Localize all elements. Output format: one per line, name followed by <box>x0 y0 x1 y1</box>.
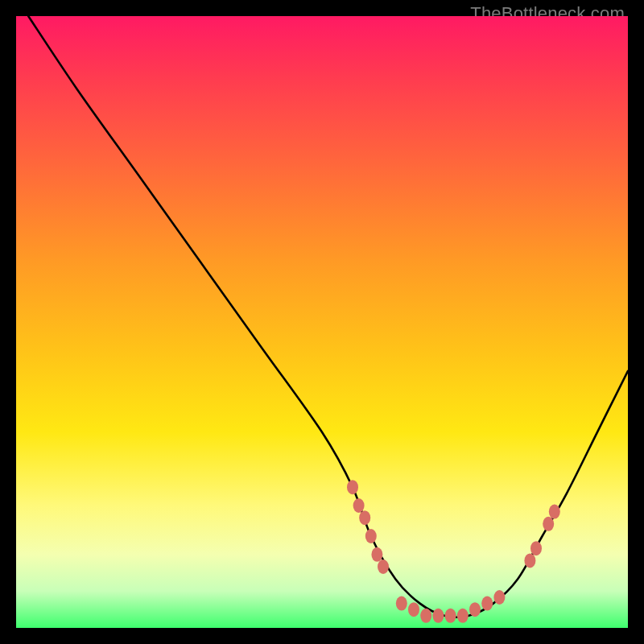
data-marker <box>353 498 365 513</box>
data-marker <box>365 529 377 543</box>
data-marker <box>445 609 456 623</box>
data-marker <box>457 609 469 623</box>
data-marker <box>359 510 370 525</box>
data-marker <box>493 590 505 605</box>
data-marker <box>432 609 444 623</box>
data-marker <box>396 597 407 611</box>
marker-group <box>347 480 560 623</box>
bottleneck-curve <box>28 16 628 617</box>
data-marker <box>543 517 554 531</box>
data-marker <box>371 547 382 562</box>
data-marker <box>469 602 481 617</box>
data-marker <box>530 541 542 555</box>
data-marker <box>420 609 431 623</box>
data-marker <box>481 597 493 611</box>
data-marker <box>408 602 419 617</box>
data-marker <box>524 553 535 568</box>
data-marker <box>549 505 560 519</box>
chart-svg <box>16 16 628 628</box>
data-marker <box>347 480 358 494</box>
data-marker <box>378 559 389 574</box>
chart-frame <box>16 16 628 628</box>
